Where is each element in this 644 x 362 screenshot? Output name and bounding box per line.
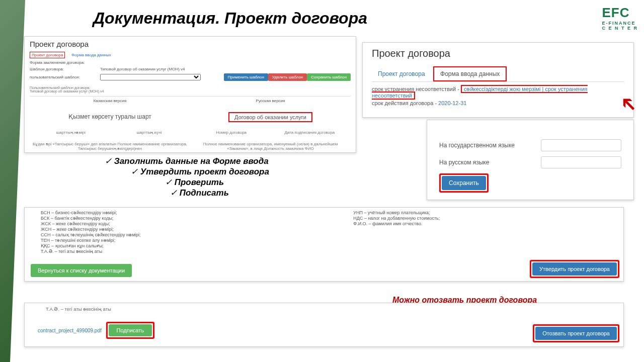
contract-project-panel-main: Проект договора Проект договора Форма вв… [24,36,356,153]
step-4: Подписать [170,188,269,198]
user-template-select[interactable] [100,74,201,80]
contract-pdf-link[interactable]: contract_project_499009.pdf [38,328,102,333]
delete-template-button[interactable]: Удалить шаблон [268,73,307,81]
user-tpl-info2: Типовой договор об оказании услуг (МОН) … [30,89,351,93]
step-2: Утвердить проект договора [131,166,269,177]
efc-logo: EFC E-FINANCE C E N T E R [602,5,638,31]
tab-project[interactable]: Проект договора [30,52,65,58]
panel2-title: Проект договора [372,48,624,59]
template-value: Типовой договор об оказании услуг (МОН) … [100,67,351,71]
panel5-topline: Т.А.Ә. – тегі аты әкесінің аты [46,306,610,312]
tab2-form-input[interactable]: Форма ввода данных [433,66,507,81]
panel1-tabs: Проект договора Форма ввода данных [30,52,351,57]
sign-recall-panel: Т.А.Ә. – тегі аты әкесінің аты contract_… [24,303,624,347]
contract-project-panel-zoom: Проект договора Проект договора Форма вв… [362,42,634,118]
save-template-button[interactable]: Сохранить шаблон [307,73,351,81]
recall-project-button[interactable]: Отозвать проект договора [535,327,617,340]
definitions-panel: БСН – бизнес-сәйкестендіру нөмірі;БСК – … [24,207,624,282]
apply-template-button[interactable]: Применить шаблон [224,73,268,81]
back-to-docs-button[interactable]: Вернуться к списку документации [31,264,132,277]
slide-decor-left [0,0,25,362]
kaz-version-header: Казахская версия [30,97,190,105]
sign-button[interactable]: Подписать [109,324,152,336]
ru-version-header: Русская версия [190,97,351,105]
user-template-label: пользовательский шаблон: [30,75,100,79]
approve-project-button[interactable]: Утвердить проект договора [532,262,617,276]
term-fix-line: срок устранения несоответствий - сәйкесс… [372,86,624,99]
panel1-title: Проект договора [30,40,351,48]
language-form-panel: На государственном языке На русском язык… [427,120,634,200]
tab2-project[interactable]: Проект договора [372,67,431,80]
step-3: Проверить [165,177,269,188]
user-tpl-info1: Пользовательский шаблон договора: [30,86,351,89]
label-russian-language: На русском языке [439,159,541,166]
steps-checklist: Заполнить данные на Форме ввода Утвердит… [105,156,269,198]
input-russian-language[interactable] [541,156,621,168]
ru-contract-title: Договор об оказании услуги [228,112,312,122]
definitions-left: БСН – бизнес-сәйкестендіру нөмірі;БСК – … [31,210,353,254]
term-validity-line: срок действия договора - 2020-12-31 [372,100,624,106]
save-languages-button[interactable]: Сохранить [442,176,486,190]
label-state-language: На государственном языке [439,142,541,149]
template-label: Шаблон договора: [30,67,100,71]
form-type-label: Форма заключения договора: [30,60,100,65]
input-state-language[interactable] [541,139,621,151]
kaz-contract-title: Қызмет көрсету туралы шарт [32,113,188,120]
slide-title: Документация. Проект договора [93,9,367,28]
tab-form-input[interactable]: Форма ввода данных [71,53,111,57]
definitions-right: УНП – учётный номер плательщика;НДС – на… [353,210,617,254]
step-1: Заполнить данные на Форме ввода [105,156,269,166]
